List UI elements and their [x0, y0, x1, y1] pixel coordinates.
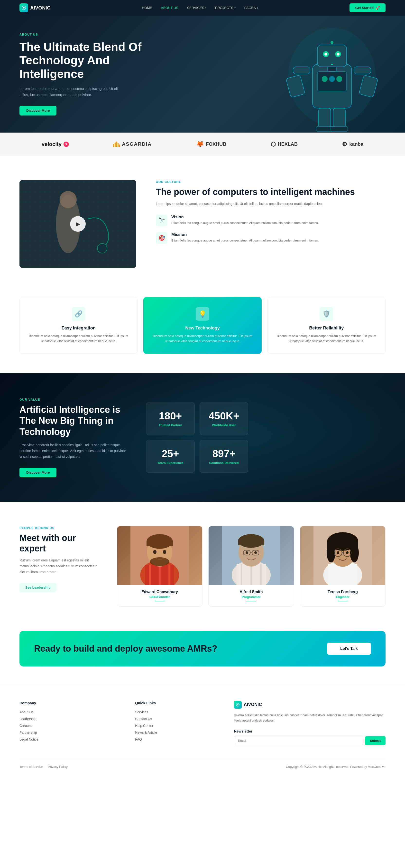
teresa-info: Teresa Forsberg Engineer	[300, 585, 385, 606]
newsletter-submit-button[interactable]: Submit	[365, 736, 385, 745]
navbar: AIVONIC HOME ABOUT US SERVICES ▾ PROJECT…	[0, 0, 405, 16]
footer-link-faq[interactable]: FAQ	[135, 737, 142, 741]
svg-rect-51	[238, 541, 264, 545]
stat-1-label: Trusted Partner	[153, 423, 188, 427]
culture-label: OUR CULTURE	[156, 180, 385, 184]
edward-divider	[155, 601, 165, 601]
mission-icon: 🎯	[156, 232, 167, 244]
value-label: OUR VALUE	[20, 398, 127, 401]
stat-2-label: Worldwide User	[207, 423, 241, 427]
hero-discover-button[interactable]: Discover More	[20, 106, 57, 116]
stat-3-number: 25+	[153, 448, 188, 460]
svg-point-42	[163, 550, 166, 554]
mission-feature: 🎯 Mission Etiam felis leo congue augue a…	[156, 232, 385, 244]
footer-copyright: Copyright © 2023 Aivonic. All rights res…	[286, 765, 385, 769]
vision-icon: 🔭	[156, 215, 167, 226]
nav-services[interactable]: SERVICES ▾	[187, 6, 206, 10]
logo-foxhub: 🦊 FOXHUB	[196, 141, 226, 148]
footer-company-links: About Us Leadership Careers Partnership …	[20, 710, 121, 742]
hero-section: ABOUT US The Ultimate Blend Of Technolog…	[0, 16, 405, 132]
footer-link-leadership[interactable]: Leadership	[20, 717, 36, 721]
footer-privacy-link[interactable]: Privacy Policy	[48, 765, 68, 769]
footer-bottom: Terms of Service Privacy Policy Copyrigh…	[20, 760, 385, 773]
team-desc: Rutrum lorem eros aliquam est egestas mi…	[20, 558, 97, 575]
pages-arrow: ▾	[257, 7, 258, 9]
logos-bar: velocity 9 ASGARDIA 🦊 FOXHUB ⬡ HEXLAB ⚙ …	[0, 132, 405, 156]
svg-point-69	[346, 551, 348, 554]
stat-solutions-delivered: 897+ Solutions Delivered	[200, 440, 248, 473]
edward-name: Edward Chowdhury	[121, 590, 198, 594]
team-label: PEOPLE BEHIND US	[20, 526, 97, 530]
svg-rect-3	[317, 45, 346, 67]
nav-logo[interactable]: AIVONIC	[20, 3, 50, 12]
card-easy-integration: 🔗 Easy Integration Bibendum odio natoque…	[20, 297, 137, 354]
asgardia-bars	[113, 142, 120, 147]
footer-link-about[interactable]: About Us	[20, 710, 34, 714]
svg-point-10	[322, 76, 328, 82]
culture-section: 0 1 ▶ OUR CULTURE The power of computers…	[0, 156, 405, 292]
footer-link-news[interactable]: News & Article	[135, 731, 157, 735]
reliability-icon: 🛡️	[319, 307, 333, 321]
nav-home[interactable]: HOME	[142, 6, 152, 10]
stat-3-label: Years Experience	[153, 461, 188, 465]
nav-links: HOME ABOUT US SERVICES ▾ PROJECTS ▾ PAGE…	[142, 6, 258, 10]
footer-grid: Company About Us Leadership Careers Part…	[20, 701, 385, 745]
video-overlay: ▶	[20, 180, 136, 268]
quicklinks-col-title: Quick Links	[135, 701, 219, 705]
logo-icon	[20, 3, 28, 12]
stat-4-label: Solutions Delivered	[207, 461, 241, 465]
svg-point-68	[337, 551, 339, 554]
teresa-divider	[338, 601, 347, 601]
stats-grid: 180+ Trusted Partner 450K+ Worldwide Use…	[146, 402, 248, 473]
lets-talk-button[interactable]: Let's Talk	[327, 643, 371, 655]
logo-text: AIVONIC	[30, 5, 50, 11]
stat-trusted-partner: 180+ Trusted Partner	[146, 402, 195, 435]
team-cards: Edward Chowdhury CEO/Founder	[117, 526, 385, 607]
alfred-divider	[246, 601, 256, 601]
hero-label: ABOUT US	[20, 33, 161, 36]
footer-link-help[interactable]: Help Center	[135, 724, 153, 727]
nav-projects[interactable]: PROJECTS ▾	[215, 6, 236, 10]
svg-rect-59	[328, 564, 357, 585]
card-2-desc: Bibendum odio natoque ullamcorper nullam…	[151, 334, 254, 344]
nav-pages[interactable]: PAGES ▾	[244, 6, 258, 10]
footer-logo-text: AIVONIC	[244, 702, 262, 707]
footer-link-services[interactable]: Services	[135, 710, 148, 714]
logo-velocity: velocity 9	[42, 141, 69, 148]
footer-link-partnership[interactable]: Partnership	[20, 731, 37, 735]
svg-rect-39	[146, 541, 173, 546]
stat-1-number: 180+	[153, 410, 188, 422]
card-new-technology: 💡 New Technology Bibendum odio natoque u…	[143, 297, 261, 354]
svg-point-56	[254, 551, 257, 554]
teresa-name: Teresa Forsberg	[304, 590, 381, 594]
projects-arrow: ▾	[234, 7, 236, 9]
nav-about[interactable]: ABOUT US	[161, 6, 178, 10]
see-leadership-button[interactable]: See Leadership	[20, 583, 57, 592]
value-desc: Eros vitae hendrerit facilisis sodales l…	[20, 442, 127, 460]
cta-title: Ready to build and deploy awesome AMRs?	[34, 644, 217, 654]
footer-terms-link[interactable]: Terms of Service	[20, 765, 43, 769]
footer-link-legal[interactable]: Legal Notice	[20, 737, 38, 741]
value-content: OUR VALUE Artificial Intelligence is The…	[20, 398, 127, 477]
team-card-alfred: Alfred Smith Programmer	[208, 526, 294, 607]
play-button[interactable]: ▶	[70, 216, 86, 232]
svg-point-23	[331, 41, 333, 44]
hero-desc: Lorem ipsum dolor sit amet, consectetur …	[20, 86, 127, 98]
newsletter-email-input[interactable]	[234, 736, 363, 745]
svg-rect-18	[333, 108, 345, 128]
mission-title: Mission	[171, 232, 319, 237]
svg-point-6	[325, 53, 327, 56]
get-started-button[interactable]: Get Started 🚀	[349, 3, 385, 12]
stat-years-experience: 25+ Years Experience	[146, 440, 195, 473]
vision-feature: 🔭 Vision Etiam felis leo congue augue am…	[156, 215, 385, 226]
value-section: OUR VALUE Artificial Intelligence is The…	[0, 373, 405, 502]
footer-link-careers[interactable]: Careers	[20, 724, 32, 727]
alfred-name: Alfred Smith	[212, 590, 290, 594]
alfred-info: Alfred Smith Programmer	[209, 585, 294, 606]
culture-video[interactable]: 0 1 ▶	[20, 180, 136, 268]
kanba-icon: ⚙	[342, 141, 347, 148]
edward-avatar	[117, 526, 202, 585]
integration-icon: 🔗	[72, 307, 86, 321]
footer-link-contact[interactable]: Contact Us	[135, 717, 152, 721]
value-discover-button[interactable]: Discover More	[20, 468, 57, 477]
